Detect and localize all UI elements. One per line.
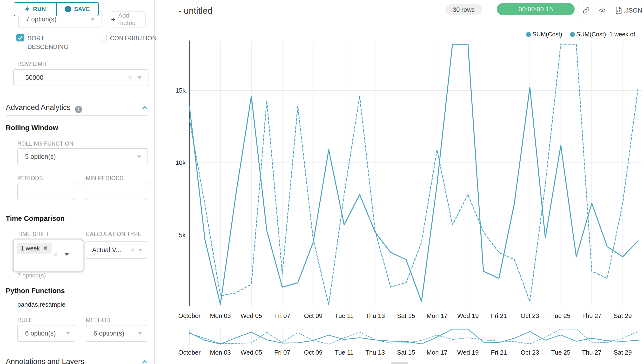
series-line-sum-cost-1-week-offset[interactable]: [190, 44, 638, 304]
x-axis-tick-label: Sat 15: [397, 312, 415, 320]
series-line-sum-cost[interactable]: [190, 44, 638, 304]
mini-x-tick-label: Wed 05: [240, 349, 262, 356]
x-axis-tick-label: Thu 13: [366, 312, 385, 320]
x-axis-tick-label: Mon 17: [426, 312, 448, 320]
x-axis-tick-label: Fri 21: [491, 312, 507, 320]
mini-x-tick-label: Mon 03: [210, 349, 231, 356]
mini-x-tick-label: Oct 23: [520, 349, 539, 356]
y-axis-tick-label: 10k: [176, 159, 186, 166]
x-axis-tick-label: Tue 11: [335, 312, 354, 320]
x-axis-tick-label: Thu 27: [582, 312, 602, 320]
x-axis-tick-label: October: [178, 312, 201, 320]
mini-x-tick-label: Oct 09: [304, 349, 322, 356]
timeseries-chart[interactable]: OctoberOctoberMon 03Mon 03Wed 05Wed 05Fr…: [0, 0, 644, 364]
plus-circle-icon: +: [65, 6, 71, 12]
mini-x-tick-label: Sat 15: [397, 349, 415, 356]
results-pane-drag-handle[interactable]: [391, 362, 408, 364]
mini-x-tick-label: Sat 29: [614, 349, 632, 356]
y-axis-tick-label: 5k: [179, 232, 186, 239]
x-axis-tick-label: Oct 23: [520, 312, 539, 320]
x-axis-tick-label: Oct 09: [304, 312, 322, 320]
x-axis-tick-label: Mon 03: [210, 312, 231, 320]
mini-x-tick-label: Thu 27: [582, 349, 602, 356]
y-axis-tick-label: 15k: [176, 87, 186, 94]
mini-x-tick-label: Fri 21: [491, 349, 507, 356]
mini-x-tick-label: Wed 19: [457, 349, 479, 356]
x-axis-tick-label: Sat 29: [614, 312, 632, 320]
mini-x-tick-label: Tue 25: [551, 349, 570, 356]
x-axis-tick-label: Wed 19: [457, 312, 479, 320]
run-label: RUN: [33, 6, 46, 12]
mini-series-line-sum-cost-1-week-offset: [190, 329, 638, 344]
x-axis-tick-label: Fri 07: [274, 312, 290, 320]
save-label: SAVE: [74, 6, 90, 12]
mini-x-tick-label: October: [178, 349, 201, 356]
lightning-icon: [24, 6, 30, 12]
mini-x-tick-label: Mon 17: [426, 349, 448, 356]
save-button[interactable]: + SAVE: [56, 3, 98, 16]
mini-x-tick-label: Tue 11: [335, 349, 354, 356]
mini-x-tick-label: Thu 13: [366, 349, 385, 356]
x-axis-tick-label: Tue 25: [551, 312, 570, 320]
run-save-button-group: RUN + SAVE: [14, 2, 99, 16]
x-axis-tick-label: Wed 05: [240, 312, 262, 320]
run-button[interactable]: RUN: [14, 3, 56, 16]
mini-x-tick-label: Fri 07: [274, 349, 290, 356]
